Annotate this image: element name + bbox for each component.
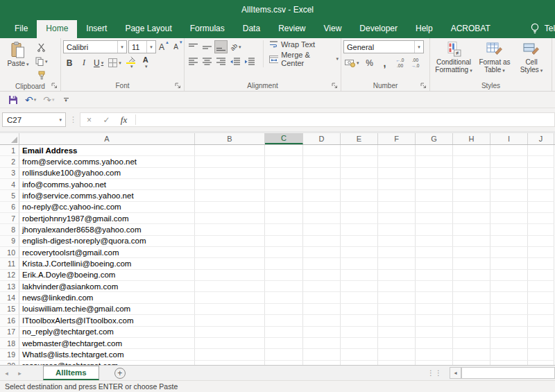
tab-split-handle[interactable]: ⋮⋮ [427, 366, 443, 380]
cell-E11[interactable] [341, 258, 378, 269]
cell-J4[interactable] [528, 179, 554, 190]
column-header-F[interactable]: F [378, 133, 416, 144]
ribbon-tab-help[interactable]: Help [407, 20, 442, 38]
cell-J10[interactable] [528, 247, 554, 258]
cell-E3[interactable] [341, 168, 378, 179]
cell-D2[interactable] [303, 156, 341, 167]
cell-B15[interactable] [195, 304, 265, 315]
cell-B14[interactable] [195, 292, 265, 303]
ribbon-tab-page-layout[interactable]: Page Layout [116, 20, 180, 38]
cell-E12[interactable] [341, 270, 378, 281]
cell-F12[interactable] [378, 270, 416, 281]
cell-I14[interactable] [490, 292, 528, 303]
cell-C17[interactable] [265, 327, 303, 338]
cell-H7[interactable] [453, 213, 490, 224]
sheet-tab-allitems[interactable]: AllItems [43, 366, 99, 380]
decrease-font-size-button[interactable]: A▼ [172, 40, 185, 53]
row-number-2[interactable]: 2 [0, 156, 19, 167]
cancel-icon[interactable]: × [80, 115, 98, 125]
cell-C5[interactable] [265, 190, 303, 201]
cell-H20[interactable] [453, 361, 490, 365]
cell-B10[interactable] [195, 247, 265, 258]
cell-C4[interactable] [265, 179, 303, 190]
ribbon-tab-review[interactable]: Review [269, 20, 314, 38]
column-header-J[interactable]: J [528, 133, 554, 144]
cell-D11[interactable] [303, 258, 341, 269]
cell-E6[interactable] [341, 202, 378, 213]
cell-G20[interactable] [416, 361, 453, 365]
cell-I16[interactable] [490, 315, 528, 326]
cell-H6[interactable] [453, 202, 490, 213]
italic-button[interactable]: I [78, 56, 90, 69]
cell-D9[interactable] [303, 236, 341, 247]
cell-D7[interactable] [303, 213, 341, 224]
cell-G13[interactable] [416, 281, 453, 292]
borders-button[interactable] [107, 56, 123, 69]
cell-D1[interactable] [303, 145, 341, 156]
cell-I5[interactable] [490, 190, 528, 201]
cut-button[interactable] [34, 41, 49, 54]
cell-G9[interactable] [416, 236, 453, 247]
accounting-format-button[interactable] [343, 56, 361, 69]
cell-G12[interactable] [416, 270, 453, 281]
cell-B18[interactable] [195, 338, 265, 349]
cell-H19[interactable] [453, 349, 490, 360]
cell-I9[interactable] [490, 236, 528, 247]
cell-D5[interactable] [303, 190, 341, 201]
cell-H12[interactable] [453, 270, 490, 281]
cell-J8[interactable] [528, 224, 554, 235]
cell-E9[interactable] [341, 236, 378, 247]
merge-center-button[interactable]: Merge & Center [269, 51, 339, 67]
cell-A2[interactable]: from@service.comms.yahoo.net [19, 156, 195, 167]
cell-I8[interactable] [490, 224, 528, 235]
cell-J18[interactable] [528, 338, 554, 349]
horizontal-scrollbar[interactable]: ◂ [450, 366, 555, 380]
name-box[interactable]: C27 ▾ [2, 112, 66, 127]
align-right-button[interactable] [214, 55, 227, 68]
ribbon-tab-home[interactable]: Home [37, 20, 77, 38]
cell-D19[interactable] [303, 349, 341, 360]
cell-C8[interactable] [265, 224, 303, 235]
cell-A10[interactable]: recoverytoolsrt@gmail.com [19, 247, 195, 258]
cell-H1[interactable] [453, 145, 490, 156]
cell-C1[interactable] [265, 145, 303, 156]
cell-G14[interactable] [416, 292, 453, 303]
cell-G3[interactable] [416, 168, 453, 179]
cell-E8[interactable] [341, 224, 378, 235]
font-color-button[interactable]: A [139, 56, 152, 69]
cell-A17[interactable]: no_reply@techtarget.com [19, 327, 195, 338]
font-size-combo[interactable]: 11 ▾ [128, 40, 156, 53]
ribbon-tab-developer[interactable]: Developer [350, 20, 407, 38]
cell-F15[interactable] [378, 304, 416, 315]
cell-I20[interactable] [490, 361, 528, 365]
cell-E13[interactable] [341, 281, 378, 292]
row-number-9[interactable]: 9 [0, 236, 19, 247]
increase-decimal-button[interactable]: ←.0.00 [394, 56, 407, 69]
font-name-combo[interactable]: Calibri ▾ [63, 40, 127, 53]
row-number-11[interactable]: 11 [0, 258, 19, 269]
cell-B8[interactable] [195, 224, 265, 235]
cell-D13[interactable] [303, 281, 341, 292]
column-header-D[interactable]: D [303, 133, 341, 144]
row-number-18[interactable]: 18 [0, 338, 19, 349]
row-number-6[interactable]: 6 [0, 202, 19, 213]
cell-H4[interactable] [453, 179, 490, 190]
cell-D10[interactable] [303, 247, 341, 258]
cell-A16[interactable]: ITtoolboxAlerts@ITtoolbox.com [19, 315, 195, 326]
number-dialog-launcher[interactable] [420, 83, 427, 89]
clipboard-dialog-launcher[interactable] [51, 83, 58, 89]
increase-font-size-button[interactable]: A▲ [157, 40, 171, 53]
cell-C10[interactable] [265, 247, 303, 258]
cell-D15[interactable] [303, 304, 341, 315]
cell-G8[interactable] [416, 224, 453, 235]
cell-G1[interactable] [416, 145, 453, 156]
column-header-G[interactable]: G [416, 133, 453, 144]
align-center-button[interactable] [200, 55, 213, 68]
row-number-19[interactable]: 19 [0, 349, 19, 360]
cell-B13[interactable] [195, 281, 265, 292]
cell-F1[interactable] [378, 145, 416, 156]
cell-J14[interactable] [528, 292, 554, 303]
cell-C2[interactable] [265, 156, 303, 167]
cell-B7[interactable] [195, 213, 265, 224]
cell-C19[interactable] [265, 349, 303, 360]
